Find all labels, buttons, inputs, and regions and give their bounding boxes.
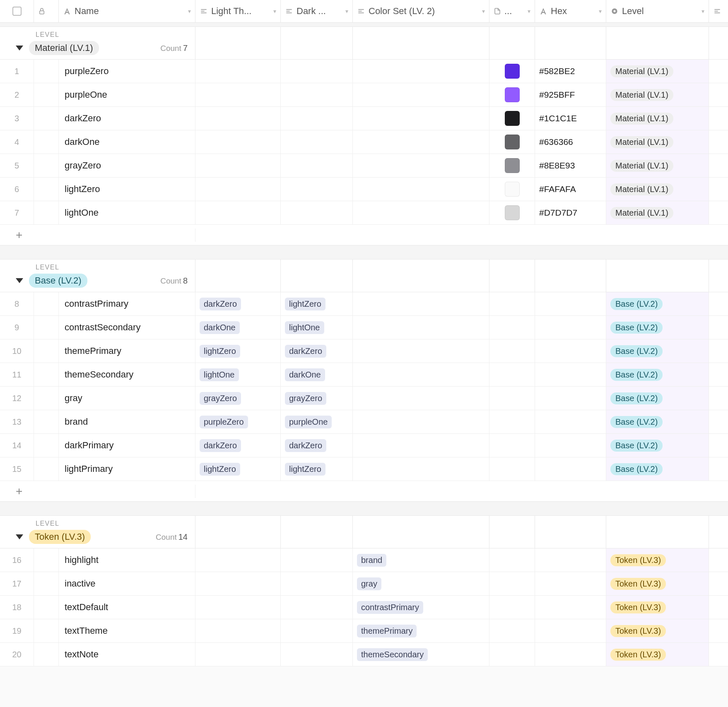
cell-attachment[interactable] <box>489 596 535 619</box>
collapse-toggle-icon[interactable] <box>16 278 23 283</box>
row-name-cell[interactable]: darkPrimary <box>59 434 195 457</box>
cell-dark[interactable] <box>281 107 353 130</box>
cell-extra[interactable] <box>709 339 728 363</box>
cell-level[interactable]: Material (LV.1) <box>606 178 709 201</box>
cell-color-set[interactable] <box>353 387 489 410</box>
color-swatch[interactable] <box>505 205 520 220</box>
ref-tag[interactable]: darkOne <box>200 321 240 334</box>
column-hex[interactable]: Hex ▾ <box>535 0 606 22</box>
table-row[interactable]: 5 grayZero #8E8E93 Material (LV.1) <box>0 154 728 178</box>
row-name-cell[interactable]: textDefault <box>59 596 195 619</box>
ref-tag[interactable]: darkOne <box>285 368 325 381</box>
cell-light[interactable] <box>195 130 281 154</box>
color-swatch[interactable] <box>505 64 520 79</box>
cell-dark[interactable] <box>281 83 353 106</box>
cell-dark[interactable]: darkZero <box>281 434 353 457</box>
column-extra[interactable] <box>709 0 728 22</box>
cell-extra[interactable] <box>709 434 728 457</box>
ref-tag[interactable]: lightZero <box>200 463 240 476</box>
cell-light[interactable] <box>195 643 281 666</box>
cell-attachment[interactable] <box>489 107 535 130</box>
cell-hex[interactable] <box>535 643 606 666</box>
cell-level[interactable]: Base (LV.2) <box>606 387 709 410</box>
ref-tag[interactable]: contrastPrimary <box>357 601 423 614</box>
ref-tag[interactable]: lightZero <box>200 345 240 358</box>
collapse-toggle-icon[interactable] <box>16 46 23 50</box>
cell-color-set[interactable] <box>353 130 489 154</box>
cell-hex[interactable]: #8E8E93 <box>535 154 606 177</box>
cell-dark[interactable] <box>281 130 353 154</box>
cell-light[interactable] <box>195 107 281 130</box>
cell-extra[interactable] <box>709 387 728 410</box>
cell-extra[interactable] <box>709 316 728 339</box>
cell-attachment[interactable] <box>489 201 535 224</box>
cell-hex[interactable] <box>535 619 606 642</box>
row-name-cell[interactable]: contrastPrimary <box>59 292 195 315</box>
level-badge[interactable]: Base (LV.2) <box>610 463 663 475</box>
cell-hex[interactable]: #1C1C1E <box>535 107 606 130</box>
cell-attachment[interactable] <box>489 457 535 481</box>
cell-level[interactable]: Material (LV.1) <box>606 83 709 106</box>
level-badge[interactable]: Material (LV.1) <box>610 160 673 172</box>
cell-level[interactable]: Base (LV.2) <box>606 363 709 386</box>
table-row[interactable]: 18 textDefault contrastPrimary Token (LV… <box>0 596 728 619</box>
group-pill[interactable]: Base (LV.2) <box>29 274 87 288</box>
row-name-cell[interactable]: lightOne <box>59 201 195 224</box>
column-color-set[interactable]: Color Set (LV. 2) ▾ <box>353 0 489 22</box>
cell-hex[interactable] <box>535 434 606 457</box>
cell-color-set[interactable]: contrastPrimary <box>353 596 489 619</box>
cell-dark[interactable] <box>281 60 353 83</box>
cell-light[interactable] <box>195 83 281 106</box>
ref-tag[interactable]: grayZero <box>285 392 326 405</box>
cell-light[interactable] <box>195 596 281 619</box>
cell-extra[interactable] <box>709 410 728 433</box>
ref-tag[interactable]: darkZero <box>200 439 241 452</box>
table-row[interactable]: 10 themePrimary lightZero darkZero Base … <box>0 339 728 363</box>
level-badge[interactable]: Token (LV.3) <box>610 625 666 637</box>
cell-attachment[interactable] <box>489 643 535 666</box>
select-all-checkbox[interactable] <box>12 7 22 16</box>
cell-light[interactable]: darkZero <box>195 292 281 315</box>
cell-hex[interactable] <box>535 363 606 386</box>
level-badge[interactable]: Material (LV.1) <box>610 65 673 77</box>
row-name-cell[interactable]: contrastSecondary <box>59 316 195 339</box>
cell-color-set[interactable] <box>353 339 489 363</box>
cell-extra[interactable] <box>709 201 728 224</box>
row-name-cell[interactable]: textNote <box>59 643 195 666</box>
cell-extra[interactable] <box>709 643 728 666</box>
cell-light[interactable]: darkZero <box>195 434 281 457</box>
row-name-cell[interactable]: grayZero <box>59 154 195 177</box>
cell-light[interactable] <box>195 178 281 201</box>
cell-attachment[interactable] <box>489 434 535 457</box>
ref-tag[interactable]: darkZero <box>285 345 326 358</box>
ref-tag[interactable]: themePrimary <box>357 625 417 637</box>
cell-attachment[interactable] <box>489 619 535 642</box>
cell-hex[interactable]: #925BFF <box>535 83 606 106</box>
ref-tag[interactable]: gray <box>357 577 381 590</box>
cell-dark[interactable]: lightOne <box>281 316 353 339</box>
cell-dark[interactable] <box>281 572 353 595</box>
cell-extra[interactable] <box>709 178 728 201</box>
ref-tag[interactable]: darkZero <box>200 298 241 310</box>
cell-attachment[interactable] <box>489 339 535 363</box>
ref-tag[interactable]: lightZero <box>285 298 325 310</box>
table-row[interactable]: 17 inactive gray Token (LV.3) <box>0 572 728 596</box>
color-swatch[interactable] <box>505 135 520 149</box>
level-badge[interactable]: Material (LV.1) <box>610 113 673 125</box>
cell-level[interactable]: Token (LV.3) <box>606 548 709 572</box>
cell-color-set[interactable]: brand <box>353 548 489 572</box>
cell-attachment[interactable] <box>489 292 535 315</box>
cell-color-set[interactable]: themeSecondary <box>353 643 489 666</box>
ref-tag[interactable]: purpleZero <box>200 416 248 428</box>
column-checkbox[interactable] <box>0 0 34 22</box>
cell-light[interactable]: darkOne <box>195 316 281 339</box>
table-row[interactable]: 8 contrastPrimary darkZero lightZero Bas… <box>0 292 728 316</box>
cell-hex[interactable] <box>535 316 606 339</box>
cell-level[interactable]: Material (LV.1) <box>606 130 709 154</box>
cell-attachment[interactable] <box>489 548 535 572</box>
cell-dark[interactable]: darkOne <box>281 363 353 386</box>
level-badge[interactable]: Base (LV.2) <box>610 440 663 452</box>
cell-color-set[interactable] <box>353 60 489 83</box>
cell-color-set[interactable] <box>353 363 489 386</box>
column-dark-theme[interactable]: Dark ... ▾ <box>281 0 353 22</box>
